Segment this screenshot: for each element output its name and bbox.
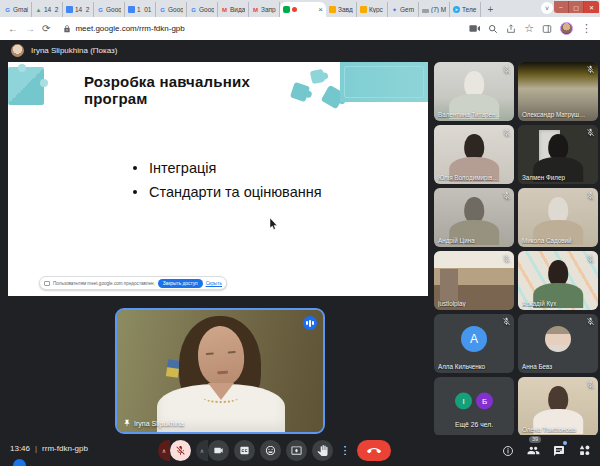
new-tab-button[interactable]: +: [484, 3, 497, 16]
ukraine-flag: [166, 359, 180, 378]
tab-label: Завд: [338, 6, 353, 13]
participant-name: justlolplay: [438, 300, 502, 307]
mic-off-icon: [502, 128, 511, 137]
participant-name: Ещё 26 чел.: [434, 421, 514, 428]
participant-tile[interactable]: AАлла Кильченко: [434, 314, 514, 373]
zoom-icon[interactable]: [488, 24, 498, 34]
tab-search-chevron-icon[interactable]: ˅: [541, 2, 553, 14]
captions-button[interactable]: [234, 440, 255, 461]
participant-name: Юлія Володимирів…: [438, 174, 502, 181]
participant-name: Залмен Филер: [522, 174, 586, 181]
raise-hand-button[interactable]: [312, 440, 333, 461]
activities-button[interactable]: [578, 443, 591, 461]
reactions-button[interactable]: [260, 440, 281, 461]
participant-tile[interactable]: Юлія Володимирів…: [434, 125, 514, 184]
browser-tab-Goog[interactable]: GGoog: [187, 2, 218, 17]
browser-tab-14_2[interactable]: 14_2: [63, 2, 94, 17]
camera-options-chevron[interactable]: ∧: [196, 440, 208, 461]
browser-toolbar: ← → ⟳ meet.google.com/rrm-fdkn-gpb ☆ ⋮: [0, 17, 600, 40]
initial-avatar: І: [455, 392, 472, 409]
bookmark-star-icon[interactable]: ☆: [524, 23, 534, 34]
meet-favicon: [283, 6, 290, 13]
window-minimize-button[interactable]: –: [554, 1, 569, 13]
tab-label: Goog: [199, 6, 214, 13]
screen: GGmail▲14_214_2GGoog1_01GGoogGGoogMВидаM…: [0, 0, 600, 466]
participant-name: Олена Трифонова: [522, 426, 586, 433]
camera-button[interactable]: [208, 440, 229, 461]
participant-tile[interactable]: Олександр Матруш…: [518, 62, 598, 121]
chat-icon: [553, 445, 565, 457]
browser-tab-Запр[interactable]: MЗапр: [249, 2, 280, 17]
mic-mute-button[interactable]: [170, 440, 191, 461]
tab-label: (7) М: [431, 6, 446, 13]
meeting-info: 13:46 | rrm-fdkn-gpb: [10, 444, 88, 453]
forward-icon[interactable]: →: [25, 24, 35, 34]
browser-tab-Goog[interactable]: GGoog: [156, 2, 187, 17]
hide-share-bar-link[interactable]: Скрыть: [206, 281, 222, 286]
reload-icon[interactable]: ⟳: [42, 24, 50, 34]
participant-tile[interactable]: ІБЕщё 26 чел.: [434, 377, 514, 435]
browser-menu-icon[interactable]: ⋮: [581, 23, 592, 34]
gmail-favicon: M: [252, 6, 259, 13]
participants-grid: Валентина Титарен…Олександр Матруш…Юлія …: [434, 62, 598, 435]
window-close-button[interactable]: ✕: [584, 1, 599, 13]
browser-tab-Завд[interactable]: Завд: [326, 2, 357, 17]
browser-tab-meet[interactable]: ×: [280, 2, 326, 17]
mic-off-icon: [502, 191, 511, 200]
presenter-banner: Iryna Slipukhina (Показ): [0, 40, 600, 61]
side-panel-icon[interactable]: [542, 24, 552, 34]
meet-stage: Iryna Slipukhina (Показ) Розробка навчал…: [0, 40, 600, 435]
meeting-details-button[interactable]: [502, 443, 514, 461]
tab-label: Курс: [369, 6, 384, 13]
audio-level-indicator: [303, 316, 317, 330]
present-button[interactable]: [286, 440, 307, 461]
puzzle-decoration-left: [8, 67, 44, 105]
browser-tab-Теле[interactable]: ➤Теле: [450, 2, 481, 17]
toolbar-right: ☆ ⋮: [469, 22, 592, 35]
participant-tile[interactable]: Анна Бевз: [518, 314, 598, 373]
document-favicon: [66, 6, 73, 13]
people-count-badge: 39: [529, 436, 541, 443]
media-control-icon[interactable]: [469, 24, 480, 33]
puzzle-piece-icon: [290, 82, 310, 102]
window-controls: – ▢ ✕: [554, 1, 599, 13]
tab-list: GGmail▲14_214_2GGoog1_01GGoogGGoogMВидаM…: [1, 2, 481, 17]
chat-panel-button[interactable]: [553, 443, 565, 461]
browser-tab-14_2[interactable]: ▲14_2: [32, 2, 63, 17]
profile-avatar[interactable]: [560, 22, 573, 35]
people-panel-button[interactable]: 39: [527, 443, 540, 461]
browser-tab-Goog[interactable]: GGoog: [94, 2, 125, 17]
mic-options-chevron[interactable]: ∧: [158, 440, 170, 461]
browser-tab-Вида[interactable]: MВида: [218, 2, 249, 17]
bullet-1: Інтеграція: [149, 160, 216, 176]
initial-avatar: A: [461, 326, 487, 352]
shared-slide: Розробка навчальних програм Інтеграція С…: [8, 62, 428, 296]
participant-tile[interactable]: Андрій Цина: [434, 188, 514, 247]
stop-sharing-button[interactable]: Закрыть доступ: [158, 279, 203, 288]
participant-tile[interactable]: Залмен Филер: [518, 125, 598, 184]
main-speaker-tile[interactable]: Iryna Slipukhina: [115, 308, 325, 434]
leave-call-button[interactable]: [357, 440, 391, 461]
window-maximize-button[interactable]: ▢: [569, 1, 584, 13]
browser-tab-Gmail[interactable]: GGmail: [1, 2, 32, 17]
bullet-2: Стандарти та оцінювання: [149, 184, 322, 200]
participant-tile[interactable]: Олена Трифонова: [518, 377, 598, 435]
share-icon[interactable]: [506, 24, 516, 34]
mic-off-icon: [175, 445, 186, 456]
tab-close-icon[interactable]: ×: [318, 5, 323, 14]
browser-tab-Gem[interactable]: ✦Gem: [388, 2, 419, 17]
participant-tile[interactable]: justlolplay: [434, 251, 514, 310]
puzzle-piece-icon: [310, 69, 325, 84]
browser-tab-Курс[interactable]: Курс: [357, 2, 388, 17]
tab-label: Вида: [230, 6, 245, 13]
more-options-button[interactable]: ⋮: [338, 440, 352, 461]
browser-tab-(7) М[interactable]: (7) М: [419, 2, 450, 17]
participant-tile[interactable]: Аркадій Кух: [518, 251, 598, 310]
browser-tab-1_01[interactable]: 1_01: [125, 2, 156, 17]
participant-tile[interactable]: Микола Садовий: [518, 188, 598, 247]
gmail-favicon: M: [221, 6, 228, 13]
participant-tile[interactable]: Валентина Титарен…: [434, 62, 514, 121]
back-icon[interactable]: ←: [8, 24, 18, 34]
url-bar[interactable]: meet.google.com/rrm-fdkn-gpb: [57, 20, 462, 37]
videocam-icon: [213, 445, 224, 456]
